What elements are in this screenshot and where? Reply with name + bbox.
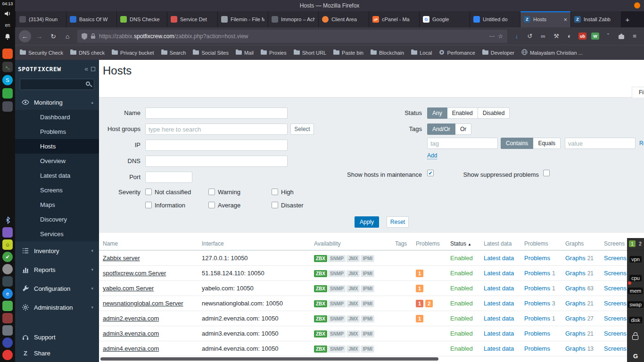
orange-app-icon[interactable] [2, 49, 13, 59]
purple-app-icon[interactable] [2, 227, 13, 238]
screens-link[interactable]: Screens [604, 255, 627, 262]
screens-link[interactable]: Screens [604, 315, 627, 322]
bookmark-dns-check[interactable]: DNS check [70, 49, 105, 56]
tracking-protection-shield-icon[interactable] [82, 33, 87, 40]
tag-match-option-contains[interactable]: Contains [501, 138, 533, 149]
window-close-button[interactable] [634, 2, 640, 8]
browser-tab-install-zabb[interactable]: ZInstall Zabb [571, 11, 621, 27]
browser-tab-service-det[interactable]: Service Det [167, 11, 218, 27]
sidebar-collapse-icon[interactable]: « [84, 65, 88, 73]
bookmark-local[interactable]: Local [411, 49, 432, 56]
column-header-status[interactable]: Status▲ [450, 240, 484, 247]
latest-data-link[interactable]: Latest data [484, 270, 514, 277]
graphs-link[interactable]: Graphs [565, 345, 586, 352]
bookmark-security-check[interactable]: Security Check [20, 49, 63, 56]
reload-button[interactable]: ↻ [47, 30, 59, 42]
bookmark-developer[interactable]: Developer [482, 49, 514, 56]
url-bar[interactable]: https://zabbix.spotfixcrew.com/zabbix.ph… [77, 30, 507, 43]
status-option-disabled[interactable]: Disabled [478, 107, 510, 119]
slate-app-icon[interactable] [2, 101, 13, 112]
downloads-icon[interactable]: ↓ [511, 33, 522, 40]
host-name-link[interactable]: Zabbix server [103, 255, 140, 262]
scrollbar-thumb[interactable] [100, 357, 438, 361]
gray-dot-icon[interactable] [2, 264, 13, 274]
screens-link[interactable]: Screens [604, 330, 627, 337]
dark-app-icon[interactable] [2, 276, 13, 287]
browser-tab-immopro-ach[interactable]: Immopro – Ach [268, 11, 319, 27]
forward-button[interactable]: → [33, 30, 45, 42]
problem-count-badge[interactable]: 1 [416, 300, 423, 307]
value-input[interactable] [565, 138, 636, 149]
horizontal-scrollbar[interactable] [99, 357, 644, 361]
red-app-icon[interactable] [2, 350, 13, 360]
browser-tab-dns-checke[interactable]: DNS Checke [117, 11, 167, 27]
menu-item-administration[interactable]: Administration▾ [15, 298, 99, 317]
ublock-extension-icon[interactable]: ub [578, 33, 586, 40]
severity-option-high[interactable]: High [272, 187, 335, 197]
back-button[interactable]: ← [19, 30, 31, 42]
host-name-link[interactable]: admin2.evenzia.com [103, 315, 159, 322]
severity-checkbox[interactable] [145, 189, 152, 195]
sidebar-search-input[interactable] [20, 79, 94, 90]
bookmark-star-icon[interactable]: ☆ [498, 33, 503, 40]
bookmark-social-sites[interactable]: Social Sites [193, 49, 228, 56]
home-button[interactable]: ⌂ [61, 30, 74, 42]
terminal-app-icon[interactable]: >_ [2, 62, 13, 72]
latest-data-link[interactable]: Latest data [484, 255, 514, 262]
bookmark-search[interactable]: Search [161, 49, 186, 56]
sidebar-item-overview[interactable]: Overview [15, 154, 99, 168]
browser-tab-basics-of-w[interactable]: Basics Of W [66, 11, 117, 27]
page-actions-overflow-icon[interactable]: ⋯ [489, 33, 495, 40]
sidebar-item-screens[interactable]: Screens [15, 183, 99, 197]
sidebar-item-maps[interactable]: Maps [15, 197, 99, 212]
name-input[interactable] [145, 107, 288, 119]
problems-link[interactable]: Problems [524, 315, 550, 322]
menu-item-support[interactable]: Support [15, 329, 99, 345]
sidebar-item-dashboard[interactable]: Dashboard [15, 110, 99, 124]
problem-count-badge[interactable]: 2 [425, 300, 433, 307]
severity-option-warning[interactable]: Warning [208, 187, 272, 197]
browser-tab-filemin-file-m[interactable]: Filemin - File M [218, 11, 268, 27]
skype-app-icon[interactable]: S [2, 75, 13, 85]
graphs-link[interactable]: Graphs [565, 270, 586, 277]
workspace-2[interactable]: 2 [637, 240, 644, 247]
problem-count-badge[interactable]: 1 [416, 285, 423, 292]
sidebar-item-hosts[interactable]: Hosts [15, 139, 99, 154]
severity-option-disaster[interactable]: Disaster [272, 200, 335, 210]
latest-data-link[interactable]: Latest data [484, 300, 514, 307]
problems-link[interactable]: Problems [524, 330, 550, 337]
sidebar-item-latest-data[interactable]: Latest data [15, 168, 99, 183]
smiley-app-icon[interactable]: ☺ [2, 239, 13, 250]
browser-tab-hosts[interactable]: ZHosts× [520, 11, 571, 27]
severity-checkbox[interactable] [145, 202, 152, 208]
menu-item-inventory[interactable]: Inventory▾ [15, 241, 99, 260]
sidebar-compact-icon[interactable] [91, 67, 95, 71]
dns-input[interactable] [145, 156, 288, 167]
host-name-link[interactable]: spotfixcrew.com Server [103, 270, 166, 277]
host-name-link[interactable]: admin4.evenzia.com [103, 345, 159, 352]
severity-option-information[interactable]: Information [145, 200, 208, 210]
workspace-1[interactable]: 1 [629, 240, 636, 247]
gray-app-icon[interactable] [2, 325, 13, 336]
green-app-icon-2[interactable] [2, 301, 13, 311]
bookmark-mail[interactable]: Mail [236, 49, 254, 56]
check-app-icon[interactable]: ✔ [2, 252, 13, 262]
severity-checkbox[interactable] [272, 189, 278, 195]
problem-count-badge[interactable]: 1 [416, 315, 423, 322]
host-name-link[interactable]: admin3.evenzia.com [103, 330, 159, 337]
problems-link[interactable]: Problems [524, 255, 550, 262]
overflow-chevron-icon[interactable]: ˇ [603, 33, 614, 40]
browser-tab-cpanel-ma[interactable]: cPcPanel - Ma [369, 11, 420, 27]
port-input[interactable] [145, 172, 192, 183]
bookmark-perfomance[interactable]: Perfomance [439, 49, 475, 56]
reset-button[interactable]: Reset [387, 216, 409, 228]
infinity-extension-icon[interactable]: ∞ [537, 33, 549, 40]
latest-data-link[interactable]: Latest data [484, 330, 514, 337]
indigo-app-icon[interactable] [2, 337, 13, 348]
host-name-link[interactable]: newsnationglobal.com Server [103, 300, 183, 307]
bookmark-paste-bin[interactable]: Paste bin [333, 49, 363, 56]
graphs-link[interactable]: Graphs [565, 255, 586, 262]
host-name-link[interactable]: yabelo.com Server [103, 285, 154, 292]
menu-item-configuration[interactable]: Configuration▾ [15, 279, 99, 298]
severity-checkbox[interactable] [208, 189, 215, 195]
